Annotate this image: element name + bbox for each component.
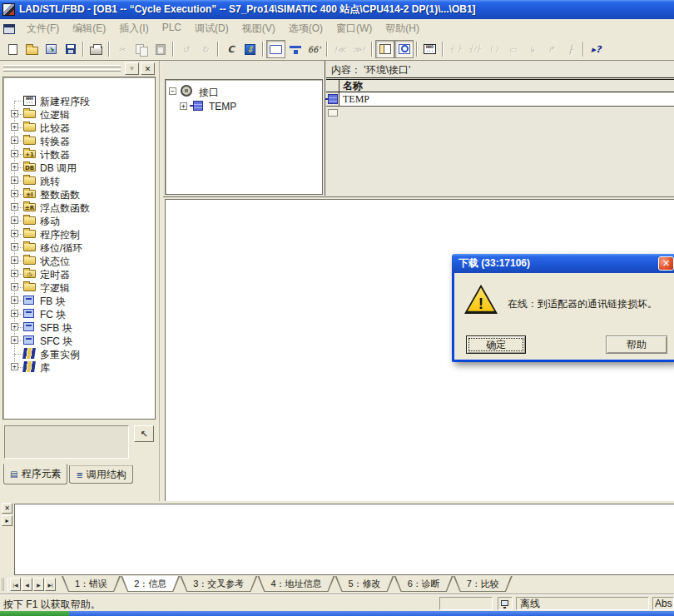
menu-item[interactable]: 选项(O) bbox=[282, 20, 330, 37]
open-folder-button[interactable] bbox=[22, 40, 42, 58]
grip-handle[interactable] bbox=[2, 578, 8, 591]
expander-icon[interactable] bbox=[11, 363, 18, 370]
next-page-button[interactable]: ▶ bbox=[33, 578, 44, 591]
help-pointer-button[interactable]: ▸? bbox=[587, 40, 606, 58]
program-elements-tree[interactable]: 新建程序段位逻辑比较器转换器+1计数器DBDB 调用跳转±I整数函数±R浮点数函… bbox=[2, 77, 156, 420]
address-mode-toggle-button[interactable]: C bbox=[221, 40, 240, 58]
tree-item[interactable]: 新建程序段 bbox=[3, 94, 155, 107]
tree-item[interactable]: ±R浮点数函数 bbox=[3, 201, 155, 214]
expander-icon[interactable] bbox=[11, 137, 18, 144]
tree-item[interactable]: 字逻辑 bbox=[3, 281, 155, 294]
monitor-glasses-button[interactable]: 66' bbox=[305, 40, 324, 58]
tree-item[interactable]: FB 块 bbox=[3, 294, 155, 307]
expander-icon[interactable] bbox=[11, 203, 18, 211]
menu-item[interactable]: 帮助(H) bbox=[379, 20, 426, 37]
new-network-button[interactable] bbox=[420, 40, 439, 58]
tree-item[interactable]: ◷定时器 bbox=[3, 267, 155, 281]
expander-icon[interactable] bbox=[11, 310, 18, 317]
expander-icon[interactable] bbox=[11, 336, 18, 344]
tree-item[interactable]: FC 块 bbox=[3, 307, 155, 320]
child-window-icon[interactable] bbox=[3, 24, 15, 34]
save-button[interactable] bbox=[61, 40, 80, 58]
expander-icon[interactable] bbox=[11, 296, 18, 304]
tree-item[interactable]: SFB 块 bbox=[3, 320, 155, 334]
expander-icon[interactable] bbox=[11, 123, 18, 131]
tree-item[interactable]: 多重实例 bbox=[3, 347, 155, 360]
expander-icon[interactable] bbox=[11, 190, 18, 197]
titlebar[interactable]: LAD/STL/FBD - [OB1 -- “Cycle Execution” … bbox=[0, 0, 674, 19]
tree-item[interactable]: 跳转 bbox=[3, 174, 155, 187]
message-tab[interactable]: 5：修改 bbox=[335, 576, 394, 592]
menu-item[interactable]: 窗口(W) bbox=[330, 20, 379, 37]
tree-item[interactable]: DBDB 调用 bbox=[3, 161, 155, 174]
message-output-area[interactable] bbox=[14, 504, 674, 575]
message-tab[interactable]: 4：地址信息 bbox=[257, 576, 335, 592]
message-tab[interactable]: 7：比较 bbox=[453, 576, 513, 592]
expander-icon[interactable] bbox=[11, 283, 18, 291]
new-document-button[interactable] bbox=[3, 40, 22, 58]
tree-item[interactable]: 位逻辑 bbox=[3, 107, 155, 121]
open-online-station-button[interactable] bbox=[42, 40, 61, 58]
close-icon[interactable]: ✕ bbox=[141, 62, 155, 75]
expander-icon[interactable] bbox=[11, 230, 18, 237]
dialog-titlebar[interactable]: 下载 (33:17106) ✕ bbox=[452, 254, 674, 273]
grip-handle[interactable] bbox=[3, 69, 121, 72]
interface-tree[interactable]: 接口 TEMP bbox=[165, 79, 323, 195]
tree-item[interactable]: SFC 块 bbox=[3, 334, 155, 347]
message-tab[interactable]: 1：错误 bbox=[62, 576, 121, 592]
tree-item[interactable]: 状态位 bbox=[3, 254, 155, 267]
tree-item[interactable]: 比较器 bbox=[3, 121, 155, 134]
name-cell[interactable] bbox=[339, 107, 674, 120]
download-button[interactable] bbox=[240, 40, 260, 58]
help-button[interactable]: 帮助 bbox=[606, 335, 667, 354]
name-cell[interactable]: TEMP bbox=[339, 92, 674, 106]
previous-page-button[interactable]: ◀ bbox=[22, 578, 32, 591]
tree-item[interactable]: 移位/循环 bbox=[3, 241, 155, 254]
overview-button[interactable] bbox=[394, 40, 414, 58]
menu-item[interactable]: 调试(D) bbox=[188, 20, 235, 37]
close-icon[interactable]: ✕ bbox=[2, 503, 12, 514]
expander-icon[interactable] bbox=[180, 102, 187, 110]
split-window-button[interactable] bbox=[375, 40, 394, 58]
tree-item[interactable]: 库 bbox=[3, 360, 155, 374]
tree-item[interactable]: TEMP bbox=[166, 99, 322, 112]
sidebar-dock-header[interactable]: ▼ ✕ bbox=[2, 62, 156, 76]
last-page-button[interactable]: ▶| bbox=[45, 578, 56, 591]
menu-item[interactable]: PLC bbox=[156, 20, 188, 37]
menu-item[interactable]: 视图(V) bbox=[235, 20, 282, 37]
expander-icon[interactable] bbox=[11, 216, 18, 224]
message-tab[interactable]: 6：诊断 bbox=[394, 576, 453, 592]
tree-item[interactable]: 程序控制 bbox=[3, 227, 155, 241]
expander-icon[interactable] bbox=[11, 176, 18, 184]
pane-divider[interactable] bbox=[325, 61, 325, 196]
menu-item[interactable]: 编辑(E) bbox=[66, 20, 112, 37]
expander-icon[interactable] bbox=[11, 323, 18, 330]
tree-item[interactable]: ±I整数函数 bbox=[3, 187, 155, 201]
start-button-edge[interactable] bbox=[0, 611, 69, 616]
network-address-button[interactable] bbox=[285, 40, 305, 58]
expander-icon[interactable] bbox=[11, 243, 18, 251]
menu-item[interactable]: 插入(I) bbox=[112, 20, 155, 37]
expander-icon[interactable] bbox=[11, 110, 18, 117]
grip-handle[interactable] bbox=[3, 65, 121, 67]
symbol-info-toggle-button[interactable] bbox=[266, 40, 285, 58]
collapse-icon[interactable] bbox=[169, 87, 176, 95]
tree-item[interactable]: +1计数器 bbox=[3, 147, 155, 161]
panel-toggle-button[interactable]: ↖ bbox=[134, 425, 154, 442]
ok-button[interactable]: 确定 bbox=[466, 335, 526, 354]
first-page-button[interactable]: |◀ bbox=[10, 578, 21, 591]
table-row[interactable] bbox=[326, 107, 674, 120]
close-icon[interactable]: ✕ bbox=[658, 256, 674, 271]
tree-item[interactable]: 转换器 bbox=[3, 134, 155, 147]
expander-icon[interactable] bbox=[11, 150, 18, 157]
expander-icon[interactable] bbox=[11, 256, 18, 264]
tree-item[interactable]: 接口 bbox=[166, 84, 322, 97]
message-tab[interactable]: 3：交叉参考 bbox=[180, 576, 257, 592]
message-tab[interactable]: 2：信息 bbox=[121, 576, 180, 592]
expander-icon[interactable] bbox=[11, 270, 18, 277]
arrow-right-icon[interactable]: ▸ bbox=[2, 515, 12, 526]
print-button[interactable] bbox=[87, 40, 106, 58]
expander-icon[interactable] bbox=[11, 163, 18, 171]
table-row[interactable]: TEMP bbox=[326, 92, 674, 107]
sidebar-tab[interactable]: ▤程序元素 bbox=[3, 464, 67, 484]
